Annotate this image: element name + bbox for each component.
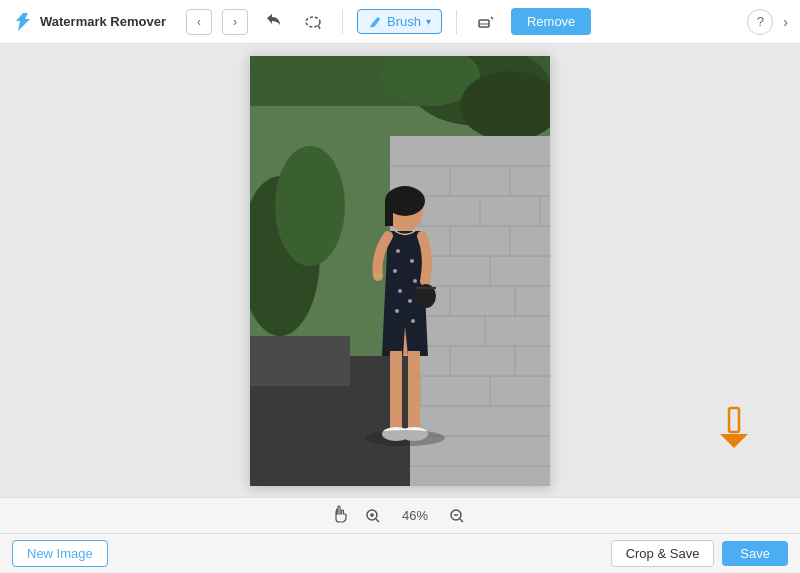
- back-button[interactable]: ‹: [186, 9, 212, 35]
- brush-icon: [368, 15, 382, 29]
- remove-button[interactable]: Remove: [511, 8, 591, 35]
- brush-chevron: ▾: [426, 16, 431, 27]
- svg-marker-64: [720, 434, 748, 448]
- lasso-icon: [304, 13, 322, 31]
- svg-marker-0: [16, 13, 30, 31]
- zoom-out-icon: [449, 508, 465, 524]
- logo-icon: [12, 11, 34, 33]
- scroll-down-indicator: [716, 406, 752, 453]
- svg-point-51: [398, 289, 402, 293]
- svg-point-49: [393, 269, 397, 273]
- image-container: [250, 56, 550, 486]
- svg-rect-61: [374, 274, 382, 278]
- svg-line-71: [460, 519, 463, 522]
- crop-save-button[interactable]: Crop & Save: [611, 540, 715, 567]
- app-title: Watermark Remover: [40, 14, 166, 29]
- svg-point-53: [395, 309, 399, 313]
- erase-button[interactable]: [471, 7, 501, 37]
- zoom-in-icon: [365, 508, 381, 524]
- zoom-in-button[interactable]: [361, 504, 385, 528]
- svg-rect-41: [250, 336, 350, 386]
- svg-point-47: [396, 249, 400, 253]
- footer: New Image Crop & Save Save: [0, 533, 800, 573]
- status-bar: 46%: [0, 497, 800, 533]
- svg-rect-63: [729, 408, 739, 432]
- svg-line-68: [376, 519, 379, 522]
- logo-area: Watermark Remover: [12, 11, 166, 33]
- hand-tool-button[interactable]: [331, 505, 349, 526]
- new-image-button[interactable]: New Image: [12, 540, 108, 567]
- forward-button[interactable]: ›: [222, 9, 248, 35]
- toolbar: Watermark Remover ‹ › Brush ▾ Remove: [0, 0, 800, 44]
- canvas-area: [0, 44, 800, 497]
- forward-icon: ›: [233, 15, 237, 29]
- save-button[interactable]: Save: [722, 541, 788, 566]
- svg-point-43: [275, 146, 345, 266]
- svg-line-5: [491, 17, 493, 19]
- brush-button[interactable]: Brush ▾: [357, 9, 442, 34]
- toolbar-divider-1: [342, 10, 343, 34]
- toolbar-divider-2: [456, 10, 457, 34]
- svg-point-54: [411, 319, 415, 323]
- brush-label: Brush: [387, 14, 421, 29]
- svg-point-52: [408, 299, 412, 303]
- erase-icon: [477, 13, 495, 31]
- svg-rect-57: [390, 351, 402, 431]
- back-icon: ‹: [197, 15, 201, 29]
- undo-icon: [264, 13, 282, 31]
- hand-icon: [331, 505, 349, 523]
- zoom-percentage: 46%: [397, 508, 433, 523]
- undo-button[interactable]: [258, 7, 288, 37]
- photo-svg: [250, 56, 550, 486]
- svg-line-2: [318, 25, 320, 29]
- svg-point-62: [365, 430, 445, 446]
- svg-rect-58: [408, 351, 420, 431]
- expand-button[interactable]: ›: [783, 14, 788, 30]
- svg-point-50: [413, 279, 417, 283]
- svg-rect-46: [385, 201, 393, 226]
- help-button[interactable]: ?: [747, 9, 773, 35]
- svg-point-48: [410, 259, 414, 263]
- zoom-out-button[interactable]: [445, 504, 469, 528]
- photo-canvas: [250, 56, 550, 486]
- down-arrow-icon: [716, 406, 752, 448]
- lasso-button[interactable]: [298, 7, 328, 37]
